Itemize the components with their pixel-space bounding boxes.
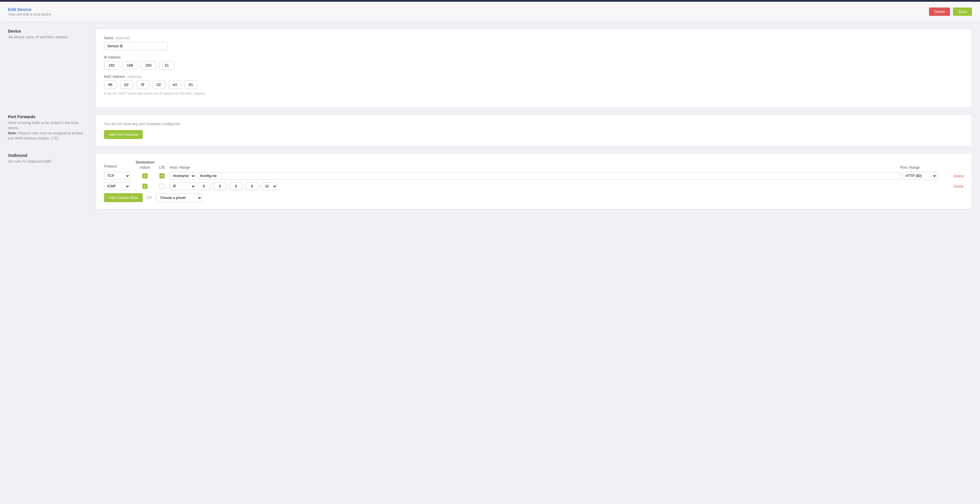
add-custom-rule-button[interactable]: Add Custom Rule	[104, 193, 143, 202]
rule-1-action: Delete	[946, 174, 964, 178]
rule-2-ip-seg-3[interactable]	[230, 182, 242, 190]
rule-2-iridium-check	[136, 183, 154, 189]
mac-hint: If set, the DHCP server will reserve the…	[104, 92, 964, 95]
header-buttons: Delete Save	[929, 8, 972, 16]
preset-select[interactable]: Choose a preset HTTP HTTPS DNS ICMP	[156, 193, 202, 202]
mac-seg-3[interactable]	[136, 80, 149, 89]
rule-2-dot-2: .	[227, 184, 229, 188]
or-text: OR	[147, 196, 152, 200]
ip-seg-4[interactable]	[159, 61, 174, 70]
rule-1-host-input[interactable]	[197, 172, 900, 180]
name-input[interactable]	[104, 42, 167, 50]
rule-1-lte-checkbox[interactable]	[159, 173, 165, 179]
device-card: Name (optional) IP Address . . .	[96, 29, 972, 108]
destination-col-header: Destination Iridium LTE Host / Range	[136, 160, 900, 169]
rule-2-dot-1: .	[211, 184, 213, 188]
ip-dot-2: .	[138, 63, 140, 68]
no-port-forwards-text: You do not have any port forwards config…	[104, 122, 964, 126]
hostrange-subheader: Host / Range	[170, 166, 900, 169]
rule-1-dest: Hostname IP Any	[136, 172, 900, 180]
mac-colon-5: :	[182, 83, 184, 87]
outbound-card: Protocol Destination Iridium LTE Host / …	[96, 153, 972, 209]
rule-2-lte-checkbox[interactable]	[159, 183, 165, 189]
rule-1-iridium-check	[136, 173, 154, 179]
rule-2-ip-seg-1[interactable]	[197, 182, 210, 190]
outbound-label: Outbound Set rules for outbound traffic	[8, 153, 89, 209]
mac-row: : : : : :	[104, 80, 964, 89]
rule-1-host-type-select[interactable]: Hostname IP Any	[170, 172, 196, 180]
rule-2-delete-button[interactable]: Delete	[953, 185, 964, 188]
rule-2-cidr-select[interactable]: 32 24 16 8	[262, 182, 277, 190]
protocol-col-header: Protocol	[104, 164, 136, 169]
ip-dot-1: .	[119, 63, 122, 68]
rule-2-dot-3: .	[243, 184, 245, 188]
iridium-subheader: Iridium	[136, 166, 154, 169]
rule-2-action: Delete	[946, 184, 964, 188]
mac-colon-1: :	[117, 83, 119, 87]
mac-colon-3: :	[150, 83, 152, 87]
rule-1-protocol: TCP UDP ICMP Any	[104, 172, 136, 180]
mac-seg-2[interactable]	[120, 80, 133, 89]
ip-seg-1[interactable]	[104, 61, 119, 70]
header-info: Edit Device View and Edit a local device	[8, 7, 51, 16]
rule-1-port-select[interactable]: HTTP (80) HTTPS (443) Any	[902, 172, 937, 180]
ip-seg-3[interactable]	[141, 61, 156, 70]
lte-subheader: LTE	[154, 166, 170, 169]
ip-dot-3: .	[156, 63, 159, 68]
rule-2-ip-seg-4[interactable]	[246, 182, 259, 190]
outbound-desc: Set rules for outbound traffic	[8, 159, 89, 164]
mac-seg-5[interactable]	[169, 80, 181, 89]
rule-2-protocol: TCP UDP ICMP Any	[104, 182, 136, 190]
outbound-section: Outbound Set rules for outbound traffic …	[8, 153, 972, 209]
rule-1-delete-button[interactable]: Delete	[953, 174, 964, 178]
save-button[interactable]: Save	[953, 8, 972, 16]
rule-1-port: HTTP (80) HTTPS (443) Any	[900, 172, 946, 180]
rule-1-protocol-select[interactable]: TCP UDP ICMP Any	[104, 172, 130, 180]
header: Edit Device View and Edit a local device…	[0, 2, 980, 22]
rule-2-ip-range: . . . / 32 24 16 8	[197, 182, 900, 190]
add-port-forward-button[interactable]: Add Port Forward	[104, 130, 143, 139]
outbound-table-header: Protocol Destination Iridium LTE Host / …	[104, 160, 964, 169]
ip-field-group: IP Address . . .	[104, 55, 964, 70]
mac-field-group: MAC Address (optional) : : : : : If set	[104, 75, 964, 95]
port-forwards-desc: Allow incoming traffic to be routed to t…	[8, 120, 89, 141]
rule-2-ip-seg-2[interactable]	[213, 182, 226, 190]
device-section: Device Set device name, IP and MAC addre…	[8, 29, 972, 108]
rule-1-iridium-checkbox[interactable]	[142, 173, 148, 179]
delete-button[interactable]: Delete	[929, 8, 950, 16]
content: Device Set device name, IP and MAC addre…	[0, 22, 980, 223]
mac-seg-6[interactable]	[185, 80, 197, 89]
rule-2-protocol-select[interactable]: TCP UDP ICMP Any	[104, 182, 130, 190]
page-title: Edit Device	[8, 7, 51, 12]
ip-label: IP Address	[104, 55, 964, 59]
device-label: Device Set device name, IP and MAC addre…	[8, 29, 89, 108]
dest-subheaders: Iridium LTE Host / Range	[136, 166, 900, 169]
device-section-title: Device	[8, 29, 89, 33]
rule-2-slash: /	[259, 184, 262, 188]
port-forwards-title: Port Forwards	[8, 115, 89, 119]
ip-row: . . .	[104, 61, 964, 70]
mac-colon-4: :	[166, 83, 168, 87]
device-section-desc: Set device name, IP and MAC address	[8, 35, 89, 40]
port-col-header: Port / Range	[900, 166, 946, 169]
ip-seg-2[interactable]	[123, 61, 137, 70]
rule-2-iridium-checkbox[interactable]	[142, 183, 148, 189]
mac-seg-4[interactable]	[153, 80, 165, 89]
port-forwards-section: Port Forwards Allow incoming traffic to …	[8, 115, 972, 146]
port-forwards-label: Port Forwards Allow incoming traffic to …	[8, 115, 89, 146]
name-field-group: Name (optional)	[104, 36, 964, 50]
port-forwards-card: You do not have any port forwards config…	[96, 115, 972, 146]
name-label: Name (optional)	[104, 36, 964, 40]
mac-label: MAC Address (optional)	[104, 75, 964, 79]
rule-2-lte-check	[154, 183, 170, 189]
page-subtitle: View and Edit a local device	[8, 13, 51, 16]
rule-2-host-type-select[interactable]: Hostname IP Any	[170, 182, 196, 190]
outbound-title: Outbound	[8, 153, 89, 158]
rule-row-1: TCP UDP ICMP Any Hostname IP	[104, 172, 964, 180]
mac-colon-2: :	[134, 83, 136, 87]
rule-row-2: TCP UDP ICMP Any Hostname IP	[104, 182, 964, 190]
rule-2-dest: Hostname IP Any . . . / 32	[136, 182, 900, 190]
rule-1-lte-check	[154, 173, 170, 179]
add-rule-row: Add Custom Rule OR Choose a preset HTTP …	[104, 193, 964, 202]
mac-seg-1[interactable]	[104, 80, 117, 89]
